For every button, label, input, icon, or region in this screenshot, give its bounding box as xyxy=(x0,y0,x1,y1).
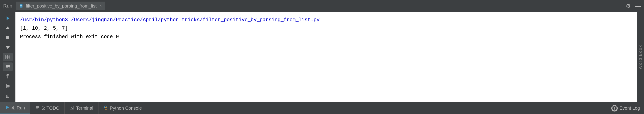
settings-button[interactable]: ⚙ xyxy=(626,3,631,9)
rerun-icon xyxy=(5,54,10,60)
left-toolbar xyxy=(0,12,16,102)
bottom-tab-label-2: Terminal xyxy=(76,105,93,111)
stop-button[interactable] xyxy=(3,33,13,42)
run-label: Run: xyxy=(3,3,14,9)
svg-marker-5 xyxy=(6,26,10,29)
scroll-down-icon xyxy=(5,45,10,50)
svg-marker-28 xyxy=(6,105,9,109)
svg-rect-3 xyxy=(20,6,22,6)
svg-rect-11 xyxy=(8,57,10,59)
svg-marker-7 xyxy=(6,46,10,49)
active-tab[interactable]: filter_positive_by_parsing_from_list × xyxy=(16,2,105,10)
bottom-right: Event Log xyxy=(607,105,644,111)
bottom-tab-icon-3 xyxy=(104,105,108,111)
svg-marker-15 xyxy=(8,67,10,68)
main-area: /usr/bin/python3 /Users/jingnan/Practice… xyxy=(0,12,644,102)
pin-button[interactable] xyxy=(3,72,13,81)
bottom-tabs: 4: Run6: TODOTerminalPython Console xyxy=(0,102,607,114)
event-log-label[interactable]: Event Log xyxy=(620,105,640,111)
svg-rect-8 xyxy=(6,55,8,57)
output-area: /usr/bin/python3 /Users/jingnan/Practice… xyxy=(16,12,637,102)
bottom-tab-1[interactable]: 6: TODO xyxy=(30,102,65,114)
python-file-icon xyxy=(19,4,24,8)
top-bar-right: ⚙ — xyxy=(626,3,641,9)
bottom-tab-2[interactable]: Terminal xyxy=(65,102,98,114)
top-bar: Run: filter_positive_by_parsing_from_lis… xyxy=(0,0,644,12)
stop-icon xyxy=(5,35,10,40)
svg-rect-9 xyxy=(8,55,10,57)
play-button[interactable] xyxy=(3,14,13,22)
word-book-label: Word Book xyxy=(638,45,643,69)
top-bar-left: Run: filter_positive_by_parsing_from_lis… xyxy=(3,2,105,10)
delete-icon xyxy=(5,93,10,98)
bottom-tab-icon-2 xyxy=(70,105,74,111)
sort-button[interactable] xyxy=(3,63,13,71)
svg-marker-4 xyxy=(6,16,10,20)
print-icon xyxy=(5,83,10,88)
scroll-up-icon xyxy=(5,26,10,31)
bottom-tab-0[interactable]: 4: Run xyxy=(0,102,30,114)
tab-close-icon[interactable]: × xyxy=(100,4,102,8)
tab-label: filter_positive_by_parsing_from_list xyxy=(26,4,96,9)
sort-icon xyxy=(5,64,10,69)
svg-point-36 xyxy=(614,109,615,110)
output-line: [1, 10, 2, 5, 7] xyxy=(20,24,632,32)
delete-button[interactable] xyxy=(3,92,13,100)
right-sidebar[interactable]: Word Book xyxy=(637,12,644,102)
scroll-up-button[interactable] xyxy=(3,24,13,32)
pin-icon xyxy=(5,74,10,79)
print-button[interactable] xyxy=(3,82,13,90)
svg-point-22 xyxy=(8,86,9,86)
bottom-tab-label-3: Python Console xyxy=(110,105,142,111)
scroll-down-button[interactable] xyxy=(3,43,13,51)
svg-rect-2 xyxy=(20,5,22,6)
svg-rect-10 xyxy=(6,57,8,59)
bottom-tab-icon-0 xyxy=(5,105,10,111)
output-line: Process finished with exit code 0 xyxy=(20,33,632,41)
rerun-button[interactable] xyxy=(3,53,13,61)
bottom-tab-icon-1 xyxy=(35,105,40,111)
svg-marker-1 xyxy=(22,4,23,5)
bottom-tab-label-0: 4: Run xyxy=(12,105,25,110)
tab-strip: filter_positive_by_parsing_from_list × xyxy=(16,2,105,10)
event-log-icon xyxy=(611,105,618,111)
svg-rect-23 xyxy=(6,95,9,98)
output-line: /usr/bin/python3 /Users/jingnan/Practice… xyxy=(20,16,632,24)
bottom-tab-label-1: 6: TODO xyxy=(42,105,60,111)
svg-rect-32 xyxy=(70,106,74,109)
bottom-bar: 4: Run6: TODOTerminalPython Console Even… xyxy=(0,102,644,114)
bottom-tab-3[interactable]: Python Console xyxy=(98,102,147,114)
play-icon xyxy=(5,16,10,21)
minimize-button[interactable]: — xyxy=(636,3,641,9)
svg-rect-6 xyxy=(6,36,9,39)
